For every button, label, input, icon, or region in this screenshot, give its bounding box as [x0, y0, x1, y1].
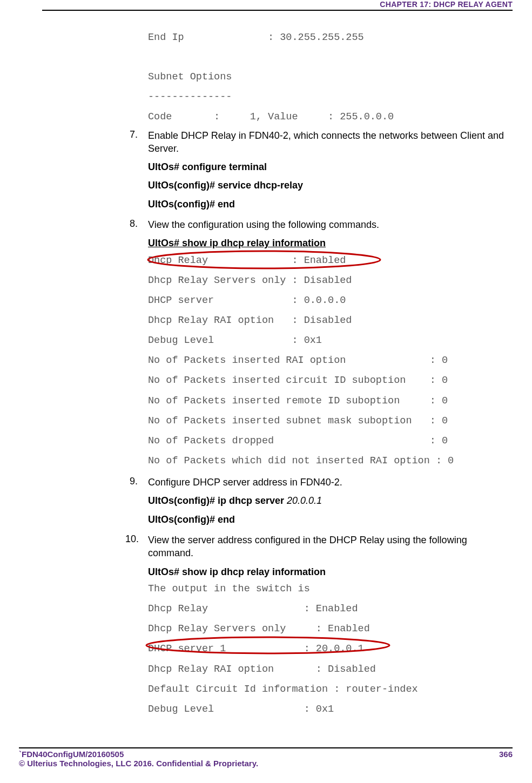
out8-l4: Dhcp Relay RAI option : Disabled [148, 311, 513, 330]
step-number: 7. [130, 129, 148, 156]
content-area: End Ip : 30.255.255.255 Subnet Options -… [148, 28, 513, 720]
cmd-prefix: UltOs(config)# ip dhcp server [148, 495, 287, 506]
chapter-heading: CHAPTER 17: DHCP RELAY AGENT [380, 0, 513, 9]
cmd-configure-terminal: UltOs# configure terminal [148, 160, 513, 173]
cmd-show-relay-info: UltOs# show ip dhcp relay information [148, 237, 513, 249]
step-8: 8. View the configuration using the foll… [130, 218, 513, 231]
page-footer: `FDN40ConfigUM/20160505 366 © Ulterius T… [19, 747, 513, 768]
out8-l8: No of Packets inserted remote ID subopti… [148, 392, 513, 410]
cmd-show-relay-info-2: UltOs# show ip dhcp relay information [148, 565, 513, 578]
step-number: 8. [130, 218, 148, 231]
out8-l2: Dhcp Relay Servers only : Disabled [148, 271, 513, 290]
step-7: 7. Enable DHCP Relay in FDN40-2, which c… [130, 129, 513, 156]
footer-row: `FDN40ConfigUM/20160505 366 [19, 750, 513, 759]
step-text: Configure DHCP server address in FDN40-2… [148, 476, 342, 489]
out8-l10: No of Packets dropped : 0 [148, 431, 513, 450]
step-10: 10. View the server address configured i… [125, 534, 513, 560]
output-block-8: Dhcp Relay : Enabled Dhcp Relay Servers … [148, 251, 513, 471]
out10-l4: DHCP server 1 : 20.0.0.1 [148, 639, 513, 658]
out10-l7: Debug Level : 0x1 [148, 700, 513, 719]
cmd-end-2: UltOs(config)# end [148, 513, 513, 526]
output-subnet-head: Subnet Options [148, 68, 513, 86]
step-text: Enable DHCP Relay in FDN40-2, which conn… [148, 129, 513, 156]
doc-id: `FDN40ConfigUM/20160505 [19, 750, 124, 759]
blank-line [148, 48, 513, 66]
footer-rule [19, 747, 513, 748]
step-9: 9. Configure DHCP server address in FDN4… [130, 476, 513, 489]
out8-l1: Dhcp Relay : Enabled [148, 251, 513, 270]
cmd-service-dhcp-relay: UltOs(config)# service dhcp-relay [148, 179, 513, 192]
out8-l7: No of Packets inserted circuit ID subopt… [148, 371, 513, 390]
step-text: View the server address configured in th… [148, 534, 513, 560]
out8-l6: No of Packets inserted RAI option : 0 [148, 351, 513, 370]
out8-l9: No of Packets inserted subnet mask subop… [148, 411, 513, 430]
out10-l3: Dhcp Relay Servers only : Enabled [148, 619, 513, 638]
out10-l6: Default Circuit Id information : router-… [148, 680, 513, 699]
page-number: 366 [499, 750, 513, 759]
output-dashes: -------------- [148, 87, 513, 106]
out10-l1: The output in the switch is [148, 579, 513, 598]
cmd-ip-dhcp-server: UltOs(config)# ip dhcp server 20.0.0.1 [148, 494, 513, 507]
out10-l5: Dhcp Relay RAI option : Disabled [148, 660, 513, 679]
out8-l3: DHCP server : 0.0.0.0 [148, 291, 513, 310]
cmd-end: UltOs(config)# end [148, 198, 513, 211]
header-rule [42, 10, 513, 11]
output-codeline: Code : 1, Value : 255.0.0.0 [148, 107, 513, 126]
out8-l11: No of Packets which did not inserted RAI… [148, 451, 513, 470]
output-endip: End Ip : 30.255.255.255 [148, 28, 513, 47]
page: CHAPTER 17: DHCP RELAY AGENT End Ip : 30… [0, 0, 532, 783]
out8-l5: Debug Level : 0x1 [148, 331, 513, 350]
step-number: 10. [125, 534, 148, 560]
out10-l2: Dhcp Relay : Enabled [148, 599, 513, 618]
step-number: 9. [130, 476, 148, 489]
output-block-10: The output in the switch is Dhcp Relay :… [148, 579, 513, 719]
step-text: View the configuration using the followi… [148, 218, 379, 231]
cmd-arg: 20.0.0.1 [287, 495, 322, 506]
copyright: © Ulterius Technologies, LLC 2016. Confi… [19, 759, 513, 768]
